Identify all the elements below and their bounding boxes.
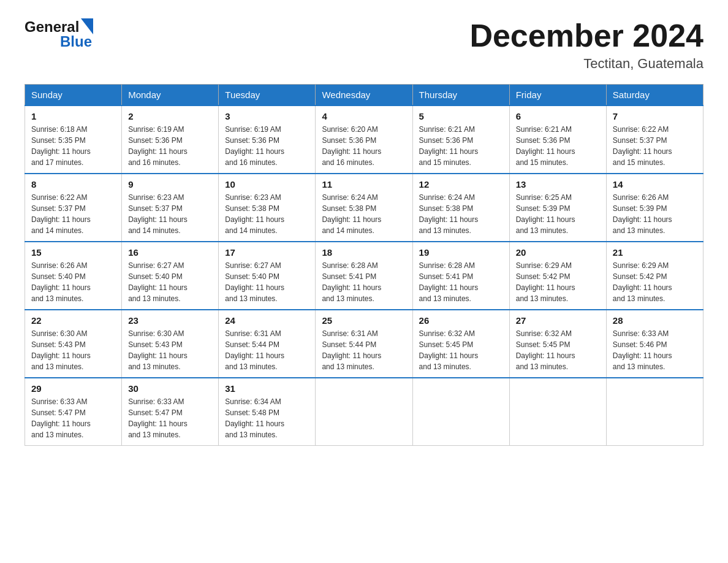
calendar-week-row: 22Sunrise: 6:30 AMSunset: 5:43 PMDayligh…: [25, 310, 703, 378]
calendar-cell: 10Sunrise: 6:23 AMSunset: 5:38 PMDayligh…: [219, 174, 316, 242]
location-subtitle: Tectitan, Guatemala: [469, 56, 703, 72]
svg-marker-0: [81, 18, 93, 34]
day-number: 15: [31, 247, 115, 258]
calendar-cell: 23Sunrise: 6:30 AMSunset: 5:43 PMDayligh…: [122, 310, 219, 378]
calendar-cell: [606, 378, 703, 446]
day-info: Sunrise: 6:32 AMSunset: 5:45 PMDaylight:…: [516, 328, 600, 372]
day-number: 28: [613, 315, 697, 326]
day-info: Sunrise: 6:30 AMSunset: 5:43 PMDaylight:…: [128, 328, 212, 372]
calendar-cell: 2Sunrise: 6:19 AMSunset: 5:36 PMDaylight…: [122, 105, 219, 174]
logo-arrow-icon: [81, 18, 93, 34]
day-info: Sunrise: 6:21 AMSunset: 5:36 PMDaylight:…: [419, 124, 503, 168]
day-info: Sunrise: 6:33 AMSunset: 5:46 PMDaylight:…: [613, 328, 697, 372]
calendar-header-row: SundayMondayTuesdayWednesdayThursdayFrid…: [25, 85, 703, 106]
calendar-cell: 12Sunrise: 6:24 AMSunset: 5:38 PMDayligh…: [412, 174, 509, 242]
day-of-week-header: Sunday: [25, 85, 122, 106]
calendar-cell: 7Sunrise: 6:22 AMSunset: 5:37 PMDaylight…: [606, 105, 703, 174]
day-number: 19: [419, 247, 503, 258]
calendar-cell: 9Sunrise: 6:23 AMSunset: 5:37 PMDaylight…: [122, 174, 219, 242]
calendar-cell: 1Sunrise: 6:18 AMSunset: 5:35 PMDaylight…: [25, 105, 122, 174]
calendar-cell: 21Sunrise: 6:29 AMSunset: 5:42 PMDayligh…: [606, 242, 703, 310]
day-info: Sunrise: 6:29 AMSunset: 5:42 PMDaylight:…: [613, 260, 697, 304]
calendar-cell: 16Sunrise: 6:27 AMSunset: 5:40 PMDayligh…: [122, 242, 219, 310]
day-number: 5: [419, 111, 503, 121]
calendar-cell: 14Sunrise: 6:26 AMSunset: 5:39 PMDayligh…: [606, 174, 703, 242]
calendar-cell: 8Sunrise: 6:22 AMSunset: 5:37 PMDaylight…: [25, 174, 122, 242]
day-number: 1: [31, 111, 115, 121]
day-number: 4: [322, 111, 406, 121]
day-info: Sunrise: 6:33 AMSunset: 5:47 PMDaylight:…: [128, 396, 212, 440]
calendar-cell: 30Sunrise: 6:33 AMSunset: 5:47 PMDayligh…: [122, 378, 219, 446]
day-of-week-header: Tuesday: [219, 85, 316, 106]
calendar-cell: 11Sunrise: 6:24 AMSunset: 5:38 PMDayligh…: [316, 174, 412, 242]
day-info: Sunrise: 6:20 AMSunset: 5:36 PMDaylight:…: [322, 124, 406, 168]
day-of-week-header: Thursday: [412, 85, 509, 106]
calendar-cell: 28Sunrise: 6:33 AMSunset: 5:46 PMDayligh…: [606, 310, 703, 378]
day-info: Sunrise: 6:24 AMSunset: 5:38 PMDaylight:…: [322, 192, 406, 236]
day-number: 27: [516, 315, 600, 326]
month-year-title: December 2024: [469, 18, 703, 53]
day-info: Sunrise: 6:33 AMSunset: 5:47 PMDaylight:…: [31, 396, 115, 440]
calendar-cell: [509, 378, 606, 446]
day-number: 26: [419, 315, 503, 326]
day-number: 20: [516, 247, 600, 258]
day-info: Sunrise: 6:21 AMSunset: 5:36 PMDaylight:…: [516, 124, 600, 168]
day-info: Sunrise: 6:27 AMSunset: 5:40 PMDaylight:…: [128, 260, 212, 304]
day-info: Sunrise: 6:29 AMSunset: 5:42 PMDaylight:…: [516, 260, 600, 304]
calendar-cell: 24Sunrise: 6:31 AMSunset: 5:44 PMDayligh…: [219, 310, 316, 378]
calendar-cell: [412, 378, 509, 446]
calendar-table: SundayMondayTuesdayWednesdayThursdayFrid…: [25, 84, 703, 446]
day-number: 21: [613, 247, 697, 258]
day-info: Sunrise: 6:31 AMSunset: 5:44 PMDaylight:…: [225, 328, 309, 372]
calendar-cell: 22Sunrise: 6:30 AMSunset: 5:43 PMDayligh…: [25, 310, 122, 378]
day-number: 23: [128, 315, 212, 326]
day-info: Sunrise: 6:28 AMSunset: 5:41 PMDaylight:…: [322, 260, 406, 304]
day-number: 22: [31, 315, 115, 326]
day-info: Sunrise: 6:31 AMSunset: 5:44 PMDaylight:…: [322, 328, 406, 372]
day-info: Sunrise: 6:23 AMSunset: 5:38 PMDaylight:…: [225, 192, 309, 236]
calendar-cell: 15Sunrise: 6:26 AMSunset: 5:40 PMDayligh…: [25, 242, 122, 310]
calendar-cell: 27Sunrise: 6:32 AMSunset: 5:45 PMDayligh…: [509, 310, 606, 378]
day-of-week-header: Monday: [122, 85, 219, 106]
day-number: 30: [128, 383, 212, 394]
day-info: Sunrise: 6:24 AMSunset: 5:38 PMDaylight:…: [419, 192, 503, 236]
day-number: 31: [225, 383, 309, 394]
calendar-cell: 6Sunrise: 6:21 AMSunset: 5:36 PMDaylight…: [509, 105, 606, 174]
logo: General Blue: [25, 18, 93, 50]
day-of-week-header: Wednesday: [316, 85, 412, 106]
calendar-week-row: 15Sunrise: 6:26 AMSunset: 5:40 PMDayligh…: [25, 242, 703, 310]
day-number: 14: [613, 179, 697, 190]
calendar-cell: 17Sunrise: 6:27 AMSunset: 5:40 PMDayligh…: [219, 242, 316, 310]
calendar-cell: 31Sunrise: 6:34 AMSunset: 5:48 PMDayligh…: [219, 378, 316, 446]
day-info: Sunrise: 6:25 AMSunset: 5:39 PMDaylight:…: [516, 192, 600, 236]
day-number: 16: [128, 247, 212, 258]
day-number: 11: [322, 179, 406, 190]
calendar-cell: 18Sunrise: 6:28 AMSunset: 5:41 PMDayligh…: [316, 242, 412, 310]
day-info: Sunrise: 6:34 AMSunset: 5:48 PMDaylight:…: [225, 396, 309, 440]
calendar-week-row: 1Sunrise: 6:18 AMSunset: 5:35 PMDaylight…: [25, 105, 703, 174]
day-number: 25: [322, 315, 406, 326]
calendar-cell: 26Sunrise: 6:32 AMSunset: 5:45 PMDayligh…: [412, 310, 509, 378]
day-number: 17: [225, 247, 309, 258]
day-info: Sunrise: 6:22 AMSunset: 5:37 PMDaylight:…: [31, 192, 115, 236]
calendar-cell: 20Sunrise: 6:29 AMSunset: 5:42 PMDayligh…: [509, 242, 606, 310]
day-of-week-header: Saturday: [606, 85, 703, 106]
day-number: 13: [516, 179, 600, 190]
calendar-cell: 3Sunrise: 6:19 AMSunset: 5:36 PMDaylight…: [219, 105, 316, 174]
day-info: Sunrise: 6:26 AMSunset: 5:39 PMDaylight:…: [613, 192, 697, 236]
day-number: 12: [419, 179, 503, 190]
day-number: 7: [613, 111, 697, 121]
day-info: Sunrise: 6:23 AMSunset: 5:37 PMDaylight:…: [128, 192, 212, 236]
day-info: Sunrise: 6:32 AMSunset: 5:45 PMDaylight:…: [419, 328, 503, 372]
day-info: Sunrise: 6:30 AMSunset: 5:43 PMDaylight:…: [31, 328, 115, 372]
calendar-cell: 19Sunrise: 6:28 AMSunset: 5:41 PMDayligh…: [412, 242, 509, 310]
day-info: Sunrise: 6:26 AMSunset: 5:40 PMDaylight:…: [31, 260, 115, 304]
calendar-cell: 29Sunrise: 6:33 AMSunset: 5:47 PMDayligh…: [25, 378, 122, 446]
calendar-cell: 4Sunrise: 6:20 AMSunset: 5:36 PMDaylight…: [316, 105, 412, 174]
calendar-cell: 5Sunrise: 6:21 AMSunset: 5:36 PMDaylight…: [412, 105, 509, 174]
day-number: 8: [31, 179, 115, 190]
day-number: 18: [322, 247, 406, 258]
day-number: 3: [225, 111, 309, 121]
day-number: 10: [225, 179, 309, 190]
calendar-week-row: 29Sunrise: 6:33 AMSunset: 5:47 PMDayligh…: [25, 378, 703, 446]
